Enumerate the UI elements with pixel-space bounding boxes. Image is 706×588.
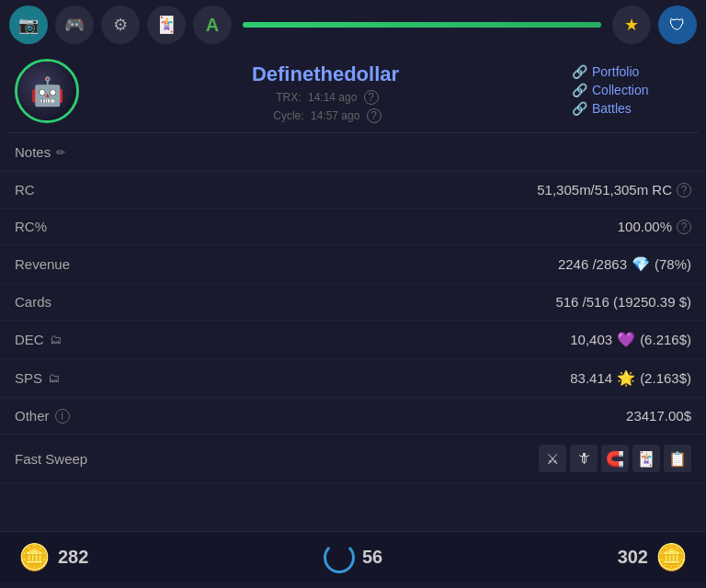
progress-bar xyxy=(243,22,601,28)
rc-pct-value: 100.00% ? xyxy=(618,219,691,234)
top-navigation: 📷 🎮 ⚙ 🃏 A ★ 🛡 xyxy=(0,0,706,50)
sweep-icon-4[interactable]: 🃏 xyxy=(632,445,660,472)
bottom-right-stat: 302 🪙 xyxy=(618,542,688,572)
dec-gem-icon: 💜 xyxy=(617,331,635,348)
other-value: 23417.00$ xyxy=(626,408,691,424)
spin-icon xyxy=(324,542,355,573)
dec-value: 10,403 💜 (6.216$) xyxy=(570,331,691,348)
progress-fill xyxy=(243,22,601,28)
trx-help-icon[interactable]: ? xyxy=(364,90,379,105)
left-value: 282 xyxy=(58,547,88,568)
sweep-icon-5[interactable]: 📋 xyxy=(664,445,691,472)
sweep-icons: ⚔ 🗡 🧲 🃏 📋 xyxy=(539,445,691,472)
other-help-icon[interactable]: i xyxy=(55,409,70,424)
dec-row: DEC 🗂 10,403 💜 (6.216$) xyxy=(0,321,706,359)
right-coin-icon: 🪙 xyxy=(655,542,688,572)
sps-folder-icon[interactable]: 🗂 xyxy=(48,371,60,385)
cycle-time: 14:57 ago xyxy=(311,109,359,122)
other-label: Other i xyxy=(15,408,70,424)
bottom-left-stat: 🪙 282 xyxy=(18,542,88,572)
profile-links: 🔗 Portfolio 🔗 Collection 🔗 Battles xyxy=(572,59,691,116)
edit-icon[interactable]: ✏ xyxy=(56,146,65,159)
gear-button[interactable]: ⚙ xyxy=(101,6,140,44)
notes-label[interactable]: Notes ✏ xyxy=(15,144,65,160)
collection-link[interactable]: 🔗 Collection xyxy=(572,83,691,97)
rc-row: RC 51,305m/51,305m RC ? xyxy=(0,172,706,209)
shield-button[interactable]: 🛡 xyxy=(658,6,697,44)
portfolio-link[interactable]: 🔗 Portfolio xyxy=(572,64,691,79)
profile-center: Definethedollar TRX: 14:14 ago ? Cycle: … xyxy=(79,59,572,123)
avatar: 🤖 xyxy=(15,59,79,123)
trx-info: TRX: 14:14 ago ? xyxy=(79,90,572,105)
sweep-icon-3[interactable]: 🧲 xyxy=(601,445,629,472)
sps-value: 83.414 🌟 (2.163$) xyxy=(570,369,691,387)
star-button[interactable]: ★ xyxy=(612,6,651,44)
gem-icon: 💎 xyxy=(632,255,650,273)
fast-sweep-label: Fast Sweep xyxy=(15,451,87,467)
profile-section: 🤖 Definethedollar TRX: 14:14 ago ? Cycle… xyxy=(0,50,706,132)
rc-help-icon[interactable]: ? xyxy=(677,183,691,198)
trx-label: TRX: xyxy=(276,91,301,104)
other-row: Other i 23417.00$ xyxy=(0,398,706,435)
center-value: 56 xyxy=(362,547,382,568)
cycle-help-icon[interactable]: ? xyxy=(367,108,381,123)
notes-row: Notes ✏ xyxy=(0,133,706,172)
main-content: 🤖 Definethedollar TRX: 14:14 ago ? Cycle… xyxy=(0,50,706,582)
left-coin-icon: 🪙 xyxy=(18,542,51,572)
camera-button[interactable]: 📷 xyxy=(9,6,48,44)
revenue-label: Revenue xyxy=(15,256,70,272)
trx-time: 14:14 ago xyxy=(308,91,357,104)
rc-label: RC xyxy=(15,182,35,198)
battles-icon: 🔗 xyxy=(572,101,587,116)
rc-pct-help-icon[interactable]: ? xyxy=(677,220,691,234)
sps-label: SPS 🗂 xyxy=(15,370,60,386)
portfolio-icon: 🔗 xyxy=(572,64,587,79)
card-button[interactable]: 🃏 xyxy=(147,6,186,44)
sps-gold-icon: 🌟 xyxy=(617,369,635,387)
cycle-label: Cycle: xyxy=(273,109,303,122)
bottom-center-stat: 56 xyxy=(324,542,382,573)
gamepad-button[interactable]: 🎮 xyxy=(55,6,94,44)
sweep-icon-1[interactable]: ⚔ xyxy=(539,445,566,472)
sweep-icon-2[interactable]: 🗡 xyxy=(570,445,598,472)
fast-sweep-row: Fast Sweep ⚔ 🗡 🧲 🃏 📋 xyxy=(0,435,706,483)
cards-row: Cards 516 /516 (19250.39 $) xyxy=(0,284,706,321)
username: Definethedollar xyxy=(79,62,572,86)
cards-value: 516 /516 (19250.39 $) xyxy=(555,294,691,310)
rc-pct-row: RC% 100.00% ? xyxy=(0,209,706,245)
letter-button[interactable]: A xyxy=(193,6,232,44)
revenue-row: Revenue 2246 /2863 💎 (78%) xyxy=(0,245,706,284)
revenue-value: 2246 /2863 💎 (78%) xyxy=(558,255,691,273)
rc-pct-label: RC% xyxy=(15,219,47,234)
collection-icon: 🔗 xyxy=(572,83,587,97)
right-value: 302 xyxy=(618,547,648,568)
bottom-bar: 🪙 282 56 302 🪙 xyxy=(0,531,706,582)
cycle-info: Cycle: 14:57 ago ? xyxy=(79,108,572,123)
sps-row: SPS 🗂 83.414 🌟 (2.163$) xyxy=(0,359,706,398)
cards-label: Cards xyxy=(15,294,51,310)
avatar-image: 🤖 xyxy=(17,62,76,120)
rc-value: 51,305m/51,305m RC ? xyxy=(537,182,691,198)
battles-link[interactable]: 🔗 Battles xyxy=(572,101,691,116)
dec-folder-icon[interactable]: 🗂 xyxy=(50,333,62,346)
dec-label: DEC 🗂 xyxy=(15,332,62,347)
